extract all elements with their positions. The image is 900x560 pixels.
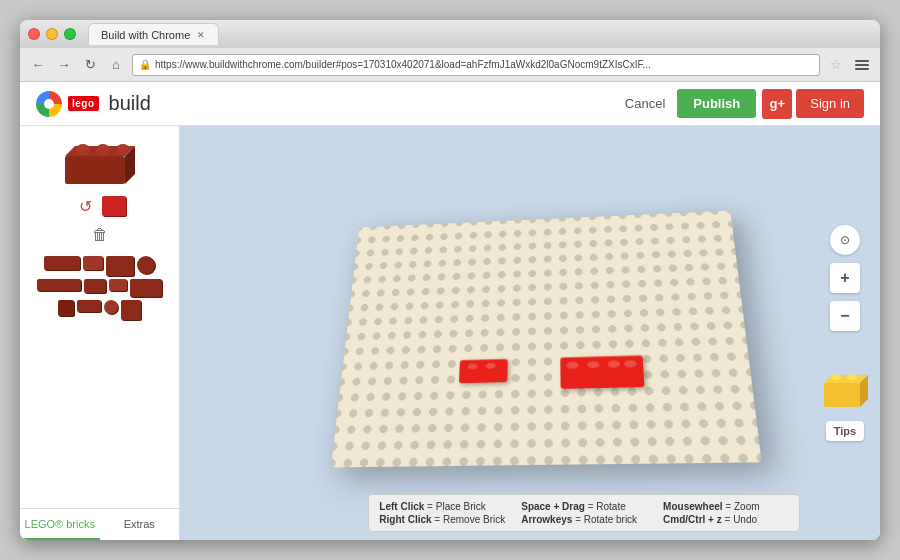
window-controls (28, 28, 76, 40)
placed-brick-small[interactable] (459, 359, 508, 384)
right-controls: ⊙ + − (820, 225, 870, 441)
small-brick-icon (102, 196, 126, 216)
tab-label: Build with Chrome (101, 29, 190, 41)
url-text: https://www.buildwithchrome.com/builder#… (155, 59, 651, 70)
rotate-icon[interactable]: ↺ (74, 194, 98, 218)
baseplate[interactable] (331, 211, 762, 468)
zoom-out-button[interactable]: − (830, 301, 860, 331)
svg-point-6 (97, 144, 109, 152)
list-item[interactable] (104, 300, 118, 314)
tab-close-icon[interactable]: ✕ (196, 30, 206, 40)
main-area: ↺ 🗑 (20, 126, 880, 540)
menu-button[interactable] (852, 55, 872, 75)
brick-3d-svg (55, 138, 145, 188)
tips-button[interactable]: Tips (826, 421, 864, 441)
list-item[interactable] (106, 256, 134, 276)
home-button[interactable]: ⌂ (106, 55, 126, 75)
tooltip-item: Space + Drag = Rotate (521, 501, 647, 512)
baseplate-container (300, 183, 760, 483)
cancel-button[interactable]: Cancel (613, 90, 677, 117)
panel-tabs: LEGO® bricks Extras (20, 508, 179, 540)
studs-grid (331, 211, 762, 468)
brick-collection (32, 252, 167, 324)
lego-logo: lego build (36, 91, 151, 117)
browser-window: Build with Chrome ✕ ← → ↻ ⌂ 🔒 https://ww… (20, 20, 880, 540)
url-bar[interactable]: 🔒 https://www.buildwithchrome.com/builde… (132, 54, 820, 76)
canvas-area[interactable]: ⊙ + − (180, 126, 880, 540)
list-item[interactable] (137, 256, 155, 274)
tooltip-item: Mousewheel = Zoom (663, 501, 789, 512)
forward-button[interactable]: → (54, 55, 74, 75)
publish-button[interactable]: Publish (677, 89, 756, 118)
tooltip-item: Arrowkeys = Rotate brick (521, 514, 647, 525)
svg-rect-0 (65, 156, 125, 184)
tab-bar: Build with Chrome ✕ (88, 23, 872, 45)
main-brick-preview (55, 138, 145, 188)
signin-button[interactable]: Sign in (796, 89, 864, 118)
bricks-grid: ↺ 🗑 (20, 126, 179, 508)
brick-preview-row (32, 138, 167, 188)
brick-controls-row: ↺ (32, 194, 167, 218)
list-item[interactable] (58, 300, 74, 316)
tooltip-item: Left Click = Place Brick (379, 501, 505, 512)
title-bar: Build with Chrome ✕ (20, 20, 880, 48)
chrome-logo (36, 91, 62, 117)
refresh-button[interactable]: ↻ (80, 55, 100, 75)
back-button[interactable]: ← (28, 55, 48, 75)
placed-brick-large[interactable] (560, 355, 644, 389)
list-item[interactable] (109, 279, 127, 291)
brick-3d-icon[interactable] (820, 363, 870, 413)
lock-icon: 🔒 (139, 59, 151, 70)
tooltip-item: Right Click = Remove Brick (379, 514, 505, 525)
tab-extras[interactable]: Extras (100, 509, 180, 540)
list-item[interactable] (130, 279, 162, 297)
minimize-button[interactable] (46, 28, 58, 40)
svg-point-13 (831, 374, 841, 380)
gplus-button[interactable]: g+ (762, 89, 792, 119)
svg-rect-9 (824, 383, 860, 407)
lego-badge: lego (68, 96, 99, 111)
address-bar: ← → ↻ ⌂ 🔒 https://www.buildwithchrome.co… (20, 48, 880, 82)
left-panel: ↺ 🗑 (20, 126, 180, 540)
maximize-button[interactable] (64, 28, 76, 40)
list-item[interactable] (83, 256, 103, 270)
list-item[interactable] (77, 300, 101, 312)
zoom-in-button[interactable]: + (830, 263, 860, 293)
trash-row: 🗑 (32, 224, 167, 246)
svg-point-8 (117, 144, 129, 152)
browser-tab[interactable]: Build with Chrome ✕ (88, 23, 219, 45)
app-content: lego build Cancel Publish g+ Sign in (20, 82, 880, 540)
reset-view-button[interactable]: ⊙ (830, 225, 860, 255)
svg-point-4 (77, 144, 89, 152)
app-header: lego build Cancel Publish g+ Sign in (20, 82, 880, 126)
bookmark-icon[interactable]: ☆ (826, 55, 846, 75)
tab-lego-bricks[interactable]: LEGO® bricks (20, 509, 100, 540)
list-item[interactable] (44, 256, 80, 270)
list-item[interactable] (121, 300, 141, 320)
svg-point-15 (847, 374, 857, 380)
close-button[interactable] (28, 28, 40, 40)
tooltip-bar: Left Click = Place Brick Space + Drag = … (368, 494, 800, 532)
list-item[interactable] (37, 279, 81, 291)
trash-icon[interactable]: 🗑 (89, 224, 111, 246)
tooltip-item: Cmd/Ctrl + z = Undo (663, 514, 789, 525)
list-item[interactable] (84, 279, 106, 293)
build-title: build (109, 92, 151, 115)
